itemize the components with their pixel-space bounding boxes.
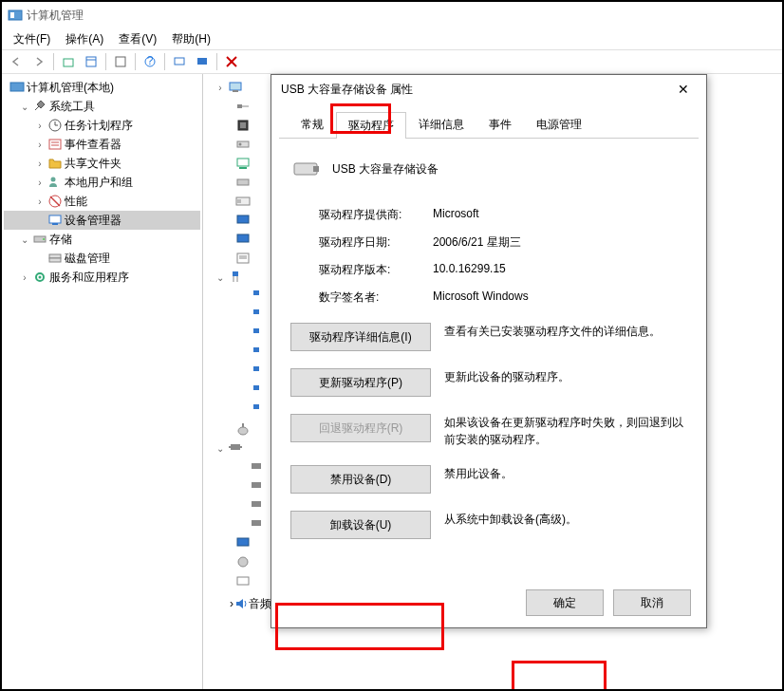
tree-device-manager[interactable]: › 设备管理器 bbox=[4, 211, 200, 230]
svg-point-59 bbox=[238, 427, 248, 435]
nav-back-button[interactable] bbox=[6, 51, 27, 72]
device-item[interactable] bbox=[207, 401, 264, 420]
tree-system-tools[interactable]: ⌄ 系统工具 bbox=[4, 97, 200, 116]
tools-icon bbox=[32, 99, 47, 114]
tree-root[interactable]: 计算机管理(本地) bbox=[4, 78, 200, 97]
tb-help-button[interactable]: ? bbox=[140, 51, 160, 72]
tab-events[interactable]: 事件 bbox=[476, 111, 524, 138]
svg-rect-26 bbox=[49, 254, 61, 258]
storage-icon bbox=[32, 232, 47, 247]
tb-btn-5[interactable] bbox=[192, 51, 213, 72]
device-category[interactable] bbox=[207, 97, 264, 116]
expand-icon[interactable]: › bbox=[19, 272, 30, 283]
signer-label: 数字签名者: bbox=[319, 289, 433, 306]
device-category[interactable] bbox=[207, 230, 264, 249]
svg-rect-31 bbox=[233, 90, 238, 92]
svg-rect-72 bbox=[313, 166, 319, 172]
device-item[interactable] bbox=[207, 287, 264, 306]
expand-icon[interactable]: › bbox=[34, 177, 46, 188]
tb-btn-3[interactable] bbox=[110, 51, 131, 72]
device-category[interactable] bbox=[207, 173, 264, 192]
tree-disk-mgmt[interactable]: › 磁盘管理 bbox=[4, 249, 200, 268]
device-category[interactable] bbox=[207, 135, 264, 154]
tree-performance[interactable]: › 性能 bbox=[4, 192, 200, 211]
rollback-driver-desc: 如果该设备在更新驱动程序时失败，则回退到以前安装的驱动程序。 bbox=[444, 414, 687, 448]
svg-rect-58 bbox=[253, 404, 259, 409]
collapse-icon[interactable]: ⌄ bbox=[19, 234, 30, 245]
toolbar: ? bbox=[2, 49, 782, 74]
device-manager-icon bbox=[47, 213, 63, 228]
tree-storage[interactable]: ⌄ 存储 bbox=[4, 230, 200, 249]
close-button[interactable]: ✕ bbox=[670, 80, 697, 99]
svg-rect-60 bbox=[242, 423, 244, 427]
tab-driver[interactable]: 驱动程序 bbox=[336, 112, 406, 139]
nav-fwd-button[interactable] bbox=[28, 51, 49, 72]
menu-action[interactable]: 操作(A) bbox=[60, 29, 109, 49]
cancel-button[interactable]: 取消 bbox=[613, 589, 691, 616]
device-category[interactable] bbox=[207, 571, 264, 590]
dialog-title: USB 大容量存储设备 属性 bbox=[281, 82, 670, 98]
svg-rect-67 bbox=[252, 520, 261, 526]
tree-event-viewer[interactable]: › 事件查看器 bbox=[4, 135, 200, 154]
update-driver-button[interactable]: 更新驱动程序(P) bbox=[290, 368, 431, 397]
svg-rect-55 bbox=[253, 347, 259, 352]
tree-services-apps[interactable]: › 服务和应用程序 bbox=[4, 268, 200, 287]
tb-btn-1[interactable] bbox=[58, 51, 79, 72]
svg-rect-23 bbox=[52, 223, 58, 225]
provider-value: Microsoft bbox=[433, 207, 687, 223]
svg-rect-57 bbox=[253, 385, 259, 390]
device-item[interactable] bbox=[207, 382, 264, 401]
tree-local-users[interactable]: › 本地用户和组 bbox=[4, 173, 200, 192]
svg-rect-2 bbox=[64, 59, 73, 66]
device-category[interactable] bbox=[207, 154, 264, 173]
window-titlebar: 计算机管理 bbox=[2, 2, 782, 28]
device-item[interactable] bbox=[207, 476, 264, 495]
expand-icon[interactable]: › bbox=[34, 140, 46, 150]
device-category[interactable] bbox=[207, 211, 264, 230]
usb-device-icon bbox=[290, 154, 321, 184]
device-item[interactable] bbox=[207, 363, 264, 382]
device-item[interactable] bbox=[207, 306, 264, 325]
expand-icon[interactable]: › bbox=[34, 121, 46, 131]
device-item[interactable] bbox=[207, 495, 264, 514]
performance-icon bbox=[47, 194, 63, 209]
device-item[interactable] bbox=[207, 514, 264, 533]
users-icon bbox=[47, 175, 63, 190]
tab-general[interactable]: 常规 bbox=[289, 111, 336, 138]
device-category[interactable] bbox=[207, 420, 264, 439]
collapse-icon[interactable]: ⌄ bbox=[19, 102, 30, 112]
tb-btn-2[interactable] bbox=[81, 51, 102, 72]
tree-panel: 计算机管理(本地) ⌄ 系统工具 › 任务计划程序 › 事件查看器 › 共享文件… bbox=[2, 74, 203, 689]
audio-icon bbox=[233, 596, 249, 611]
disable-device-button[interactable]: 禁用设备(D) bbox=[290, 465, 431, 494]
tab-details[interactable]: 详细信息 bbox=[406, 111, 476, 138]
device-item[interactable] bbox=[207, 344, 264, 363]
device-category[interactable] bbox=[207, 192, 264, 211]
svg-rect-62 bbox=[229, 446, 231, 448]
tree-task-scheduler[interactable]: › 任务计划程序 bbox=[4, 116, 200, 135]
svg-rect-53 bbox=[253, 309, 259, 314]
menu-view[interactable]: 查看(V) bbox=[113, 29, 162, 49]
tb-btn-4[interactable] bbox=[169, 51, 190, 72]
device-item[interactable] bbox=[207, 325, 264, 344]
device-category[interactable] bbox=[207, 552, 264, 571]
device-category[interactable] bbox=[207, 533, 264, 552]
properties-dialog: USB 大容量存储设备 属性 ✕ 常规 驱动程序 详细信息 事件 电源管理 US… bbox=[271, 74, 707, 628]
svg-text:?: ? bbox=[147, 55, 154, 67]
device-category[interactable] bbox=[207, 249, 264, 268]
ok-button[interactable]: 确定 bbox=[526, 589, 604, 616]
svg-rect-8 bbox=[175, 58, 184, 65]
uninstall-device-button[interactable]: 卸载设备(U) bbox=[290, 511, 431, 539]
tree-shared-folders[interactable]: › 共享文件夹 bbox=[4, 154, 200, 173]
menu-file[interactable]: 文件(F) bbox=[8, 29, 56, 49]
expand-icon[interactable]: › bbox=[34, 196, 46, 207]
device-category[interactable] bbox=[207, 116, 264, 135]
menu-help[interactable]: 帮助(H) bbox=[166, 29, 216, 49]
tab-power[interactable]: 电源管理 bbox=[524, 111, 594, 138]
tb-btn-6[interactable] bbox=[221, 51, 242, 72]
svg-rect-66 bbox=[252, 501, 261, 507]
expand-icon[interactable]: › bbox=[34, 159, 46, 169]
svg-rect-27 bbox=[49, 258, 61, 262]
driver-details-button[interactable]: 驱动程序详细信息(I) bbox=[290, 323, 431, 351]
device-item[interactable] bbox=[207, 458, 264, 476]
